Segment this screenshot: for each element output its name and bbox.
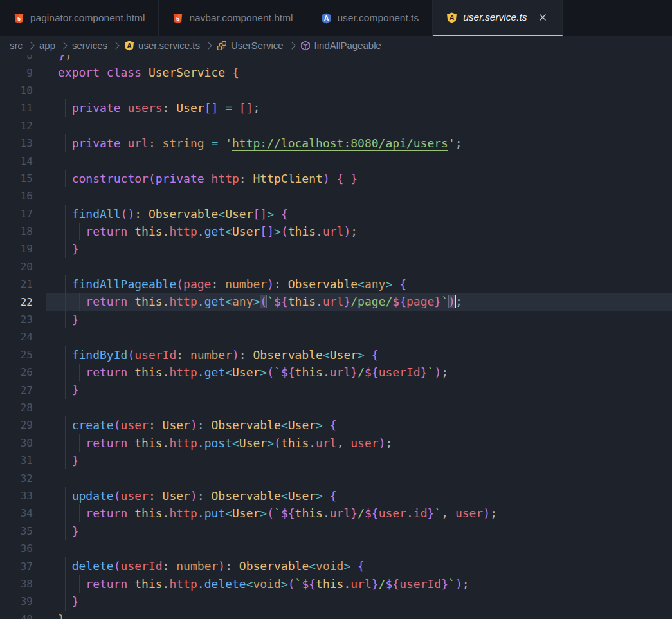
code-line-content[interactable]: private url: string = 'http://localhost:… bbox=[46, 134, 672, 152]
code-line-content[interactable]: update(user: User): Observable<User> { bbox=[46, 487, 672, 504]
code-line-29[interactable]: 29 create(user: User): Observable<User> … bbox=[0, 416, 672, 434]
code-line-content[interactable]: export class UserService { bbox=[46, 64, 672, 81]
code-line-10[interactable]: 10 bbox=[0, 82, 672, 99]
line-number[interactable]: 17 bbox=[0, 208, 46, 220]
tab-user-component-ts[interactable]: Auser.component.ts bbox=[307, 0, 433, 36]
breadcrumb-item-src[interactable]: src bbox=[10, 40, 23, 51]
line-number[interactable]: 40 bbox=[0, 613, 46, 619]
line-number[interactable]: 9 bbox=[0, 67, 46, 79]
breadcrumb-item-findallpageable[interactable]: findAllPageable bbox=[300, 40, 381, 51]
line-number[interactable]: 8 bbox=[0, 55, 46, 61]
code-line-11[interactable]: 11 private users: User[] = []; bbox=[0, 99, 672, 116]
line-number[interactable]: 12 bbox=[0, 120, 46, 132]
code-line-39[interactable]: 39 } bbox=[0, 593, 672, 610]
code-line-content[interactable]: findById(userId: number): Observable<Use… bbox=[46, 346, 672, 364]
code-line-18[interactable]: 18 return this.http.get<User[]>(this.url… bbox=[0, 223, 672, 240]
code-line-content[interactable]: } bbox=[46, 593, 672, 610]
code-line-16[interactable]: 16 bbox=[0, 187, 672, 205]
code-line-content[interactable]: return this.http.get<User[]>(this.url); bbox=[46, 223, 672, 240]
code-line-content[interactable]: } bbox=[46, 381, 672, 398]
code-line-content[interactable]: } bbox=[46, 522, 672, 540]
line-number[interactable]: 24 bbox=[0, 331, 46, 343]
code-line-content[interactable]: } bbox=[46, 611, 672, 619]
code-line-12[interactable]: 12 bbox=[0, 117, 672, 134]
line-number[interactable]: 11 bbox=[0, 102, 46, 114]
line-number[interactable]: 27 bbox=[0, 384, 46, 396]
line-number[interactable]: 19 bbox=[0, 243, 46, 255]
code-line-22[interactable]: 22 return this.http.get<any>(`${this.url… bbox=[0, 293, 672, 310]
code-line-19[interactable]: 19 } bbox=[0, 240, 672, 257]
line-number[interactable]: 36 bbox=[0, 542, 46, 555]
line-number[interactable]: 34 bbox=[0, 507, 46, 519]
line-number[interactable]: 23 bbox=[0, 313, 46, 326]
code-line-content[interactable]: return this.http.put<User>(`${this.url}/… bbox=[46, 504, 672, 522]
code-line-35[interactable]: 35 } bbox=[0, 522, 672, 540]
close-icon[interactable] bbox=[537, 12, 549, 23]
code-line-26[interactable]: 26 return this.http.get<User>(`${this.ur… bbox=[0, 364, 672, 381]
code-line-31[interactable]: 31 } bbox=[0, 452, 672, 469]
tab-user-service-ts[interactable]: Auser.service.ts bbox=[433, 0, 562, 36]
line-number[interactable]: 32 bbox=[0, 472, 46, 485]
code-line-content[interactable]: private users: User[] = []; bbox=[46, 99, 672, 116]
code-line-content[interactable]: } bbox=[46, 240, 672, 257]
code-line-content[interactable]: }) bbox=[46, 55, 672, 64]
code-line-20[interactable]: 20 bbox=[0, 258, 672, 275]
breadcrumb-item-services[interactable]: services bbox=[72, 40, 107, 51]
code-line-14[interactable]: 14 bbox=[0, 152, 672, 169]
line-number[interactable]: 35 bbox=[0, 525, 46, 537]
code-line-content[interactable]: return this.http.get<any>(`${this.url}/p… bbox=[46, 293, 672, 310]
code-line-34[interactable]: 34 return this.http.put<User>(`${this.ur… bbox=[0, 504, 672, 522]
code-line-content[interactable]: return this.http.delete<void>(`${this.ur… bbox=[46, 575, 672, 593]
code-line-content[interactable]: delete(userId: number): Observable<void>… bbox=[46, 557, 672, 575]
line-number[interactable]: 37 bbox=[0, 560, 46, 573]
editor[interactable]: 8})9export class UserService {1011 priva… bbox=[0, 55, 672, 619]
code-line-28[interactable]: 28 bbox=[0, 399, 672, 416]
code-line-23[interactable]: 23 } bbox=[0, 311, 672, 328]
line-number[interactable]: 18 bbox=[0, 225, 46, 237]
breadcrumb-item-userservice[interactable]: UserService bbox=[217, 40, 284, 51]
line-number[interactable]: 39 bbox=[0, 595, 46, 607]
code-line-content[interactable]: return this.http.get<User>(`${this.url}/… bbox=[46, 364, 672, 381]
line-number[interactable]: 25 bbox=[0, 349, 46, 361]
line-number[interactable]: 16 bbox=[0, 190, 46, 202]
code-line-36[interactable]: 36 bbox=[0, 540, 672, 557]
code-line-32[interactable]: 32 bbox=[0, 469, 672, 486]
code-line-17[interactable]: 17 findAll(): Observable<User[]> { bbox=[0, 205, 672, 223]
tab-paginator-component-html[interactable]: 5paginator.component.html bbox=[0, 0, 159, 36]
code-line-15[interactable]: 15 constructor(private http: HttpClient)… bbox=[0, 170, 672, 187]
code-line-37[interactable]: 37 delete(userId: number): Observable<vo… bbox=[0, 557, 672, 575]
breadcrumb-item-user-service-ts[interactable]: Auser.service.ts bbox=[124, 40, 200, 51]
line-number[interactable]: 26 bbox=[0, 366, 46, 378]
code-line-27[interactable]: 27 } bbox=[0, 381, 672, 398]
code-line-content[interactable]: } bbox=[46, 311, 672, 328]
code-line-40[interactable]: 40} bbox=[0, 611, 672, 619]
line-number[interactable]: 14 bbox=[0, 155, 46, 167]
line-number[interactable]: 13 bbox=[0, 137, 46, 149]
code-line-content[interactable]: findAllPageable(page: number): Observabl… bbox=[46, 275, 672, 293]
code-line-38[interactable]: 38 return this.http.delete<void>(`${this… bbox=[0, 575, 672, 593]
code-line-content[interactable]: } bbox=[46, 452, 672, 469]
code-line-content[interactable]: findAll(): Observable<User[]> { bbox=[46, 205, 672, 223]
line-number[interactable]: 38 bbox=[0, 578, 46, 590]
line-number[interactable]: 10 bbox=[0, 84, 46, 97]
line-number[interactable]: 28 bbox=[0, 402, 46, 414]
line-number[interactable]: 20 bbox=[0, 261, 46, 273]
code-line-9[interactable]: 9export class UserService { bbox=[0, 64, 672, 81]
code-line-33[interactable]: 33 update(user: User): Observable<User> … bbox=[0, 487, 672, 504]
code-line-content[interactable]: constructor(private http: HttpClient) { … bbox=[46, 170, 672, 187]
line-number[interactable]: 30 bbox=[0, 437, 46, 449]
line-number[interactable]: 29 bbox=[0, 419, 46, 431]
code-line-24[interactable]: 24 bbox=[0, 328, 672, 346]
breadcrumb-item-app[interactable]: app bbox=[39, 40, 55, 51]
line-number[interactable]: 33 bbox=[0, 490, 46, 502]
code-line-30[interactable]: 30 return this.http.post<User>(this.url,… bbox=[0, 434, 672, 452]
tab-navbar-component-html[interactable]: 5navbar.component.html bbox=[159, 0, 307, 36]
line-number[interactable]: 22 bbox=[0, 296, 46, 308]
code-line-8[interactable]: 8}) bbox=[0, 55, 672, 64]
line-number[interactable]: 15 bbox=[0, 172, 46, 185]
code-line-13[interactable]: 13 private url: string = 'http://localho… bbox=[0, 134, 672, 152]
code-line-25[interactable]: 25 findById(userId: number): Observable<… bbox=[0, 346, 672, 364]
code-line-content[interactable]: create(user: User): Observable<User> { bbox=[46, 416, 672, 434]
code-line-content[interactable]: return this.http.post<User>(this.url, us… bbox=[46, 434, 672, 452]
code-line-21[interactable]: 21 findAllPageable(page: number): Observ… bbox=[0, 275, 672, 293]
